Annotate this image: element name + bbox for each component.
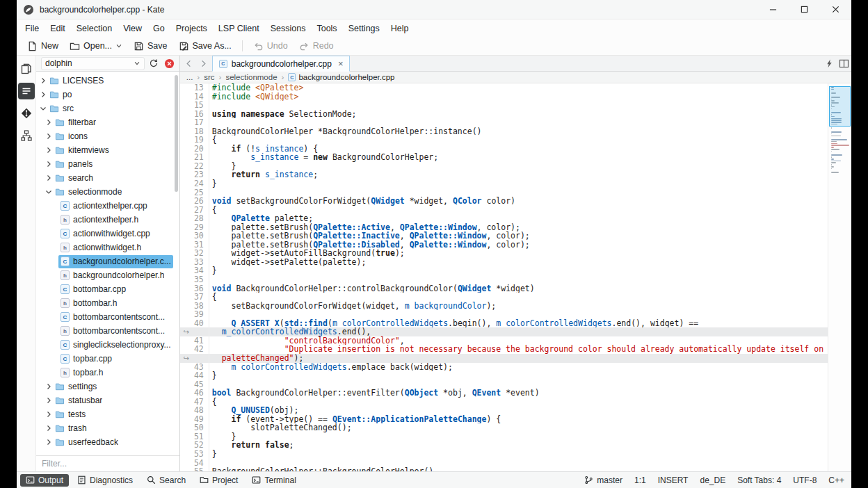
chevron-right-icon[interactable] [45,425,53,431]
code-line[interactable]: 21 s_instance = new BackgroundColorHelpe… [180,153,828,162]
code-line[interactable]: 22 } [180,162,828,171]
code-line[interactable]: 54 [180,459,828,468]
code-line[interactable]: 37{ [180,293,828,302]
code-line[interactable]: 46bool BackgroundColorHelper::eventFilte… [180,389,828,398]
code-line[interactable]: 50 slotPaletteChanged(); [180,423,828,432]
code-line[interactable]: 55BackgroundColorHelper::BackgroundColor… [180,467,828,471]
tree-item-filterbar[interactable]: filterbar [36,115,179,129]
tree-item-actionwithwidget-cpp[interactable]: Cactionwithwidget.cpp [36,227,179,241]
code-line[interactable]: 27{ [180,206,828,215]
history-back-button[interactable] [182,56,196,71]
minimap-viewport[interactable] [829,86,851,127]
tab-close-icon[interactable]: × [338,58,344,69]
menu-selection[interactable]: Selection [71,22,118,35]
tree-item-actiontexthelper-cpp[interactable]: Cactiontexthelper.cpp [36,199,179,213]
tree-item-actiontexthelper-h[interactable]: hactiontexthelper.h [36,213,179,227]
code-line[interactable]: 38 setBackgroundColorForWidget(widget, m… [180,302,828,311]
chevron-right-icon[interactable] [45,384,53,389]
code-line[interactable]: 13#include <QPalette> [180,83,828,92]
statusbar-1-1[interactable]: 1:1 [634,475,646,485]
tree-item-statusbar[interactable]: statusbar [36,393,179,407]
tree-item-singleclickselectionproxy[interactable]: Csingleclickselectionproxy... [36,338,179,352]
new-button[interactable]: New [22,39,63,54]
filter-input[interactable] [36,456,179,471]
dock-git-icon-button[interactable] [18,105,35,122]
code-line[interactable]: 19{ [180,136,828,145]
code-line[interactable]: 47{ [180,398,828,407]
chevron-right-icon[interactable] [39,92,47,97]
menu-lsp-client[interactable]: LSP Client [213,22,265,35]
code-line[interactable]: 43 m_colorControlledWidgets.emplace_back… [180,363,828,372]
chevron-right-icon[interactable] [45,147,53,153]
tree-item-tests[interactable]: tests [36,407,179,421]
save-as-button[interactable]: Save As... [174,39,236,54]
dock-project-tree-icon-button[interactable] [18,83,35,99]
menu-sessions[interactable]: Sessions [265,22,312,35]
breadcrumb-item-src[interactable]: src [204,73,214,81]
tree-item-backgroundcolorhelper-h[interactable]: hbackgroundcolorhelper.h [36,268,179,282]
menu-file[interactable]: File [19,22,45,35]
open-button[interactable]: Open... [65,39,127,54]
statusbar-de-de[interactable]: de_DE [700,475,725,485]
code-line[interactable]: 52 return false; [180,441,828,450]
statusbar-c[interactable]: C++ [828,475,844,485]
chevron-right-icon[interactable] [39,78,47,83]
code-line[interactable]: 14#include <QWidget> [180,92,828,101]
code-line[interactable]: 30 palette.setBrush(QPalette::Inactive, … [180,231,828,241]
code-line[interactable]: 44} [180,371,828,380]
tree-item-bottombar-h[interactable]: hbottombar.h [36,296,179,310]
code-line[interactable]: 48 Q_UNUSED(obj); [180,406,828,415]
menu-tools[interactable]: Tools [311,22,342,35]
code-line[interactable]: 16using namespace SelectionMode; [180,110,828,119]
code-line[interactable]: 33 widget->setPalette(palette); [180,258,828,267]
statusbar-output-button[interactable]: Output [20,474,69,487]
chevron-right-icon[interactable] [45,133,53,139]
statusbar-project-button[interactable]: Project [194,474,243,487]
chevron-right-icon[interactable] [45,412,53,417]
chevron-down-icon[interactable] [40,104,46,113]
tree-item-bottombar-cpp[interactable]: Cbottombar.cpp [36,282,179,296]
breadcrumb-item-selectionmode[interactable]: selectionmode [225,73,277,81]
tree-item-src[interactable]: src [36,101,179,115]
tree-item-topbar-cpp[interactable]: Ctopbar.cpp [36,352,179,366]
tree-scrollbar[interactable] [175,75,178,192]
split-view-button[interactable] [837,56,851,71]
statusbar-insert[interactable]: INSERT [658,475,689,485]
project-selector[interactable]: dolphin [41,57,145,70]
code-line[interactable]: 36void BackgroundColorHelper::controlBac… [180,284,828,293]
tree-item-licenses[interactable]: LICENSES [36,74,179,88]
statusbar-terminal-button[interactable]: Terminal [246,474,301,487]
code-line[interactable]: 17 [180,118,828,127]
tree-item-po[interactable]: po [36,88,179,101]
undo-button[interactable]: Undo [248,39,293,54]
code-line[interactable]: 39 [180,310,828,319]
code-line[interactable]: 28 QPalette palette; [180,214,828,223]
code-line[interactable]: 53} [180,450,828,459]
tree-item-backgroundcolorhelper-c[interactable]: Cbackgroundcolorhelper.c... [36,254,179,268]
code-line[interactable]: 35 [180,275,828,284]
tree-item-kitemviews[interactable]: kitemviews [36,143,179,157]
code-line[interactable]: 25 [180,188,828,197]
statusbar-master[interactable]: master [584,475,622,485]
close-project-button[interactable] [163,56,177,70]
code-line[interactable]: 40 Q_ASSERT_X(std::find(m_colorControlle… [180,319,828,328]
menu-help[interactable]: Help [385,22,415,35]
menu-settings[interactable]: Settings [343,22,385,35]
menu-go[interactable]: Go [147,22,170,35]
code-line[interactable]: ↪ m_colorControlledWidgets.end(), [180,327,828,336]
statusbar-utf-8[interactable]: UTF-8 [793,475,817,485]
menu-projects[interactable]: Projects [170,22,213,35]
code-line[interactable]: 20 if (!s_instance) { [180,145,828,154]
code-line[interactable]: 34} [180,266,828,275]
tree-item-trash[interactable]: trash [36,421,179,435]
reload-project-button[interactable] [147,56,161,70]
chevron-down-icon[interactable] [46,188,51,196]
menu-edit[interactable]: Edit [45,22,71,35]
save-button[interactable]: Save [129,39,172,54]
breadcrumb-item-backgroundcolorhelper-cpp[interactable]: Cbackgroundcolorhelper.cpp [288,73,394,81]
chevron-right-icon[interactable] [45,398,53,403]
code-line[interactable]: 49 if (event->type() == QEvent::Applicat… [180,415,828,424]
tree-item-userfeedback[interactable]: userfeedback [36,435,179,449]
tree-item-topbar-h[interactable]: htopbar.h [36,366,179,380]
close-button[interactable] [820,0,851,19]
